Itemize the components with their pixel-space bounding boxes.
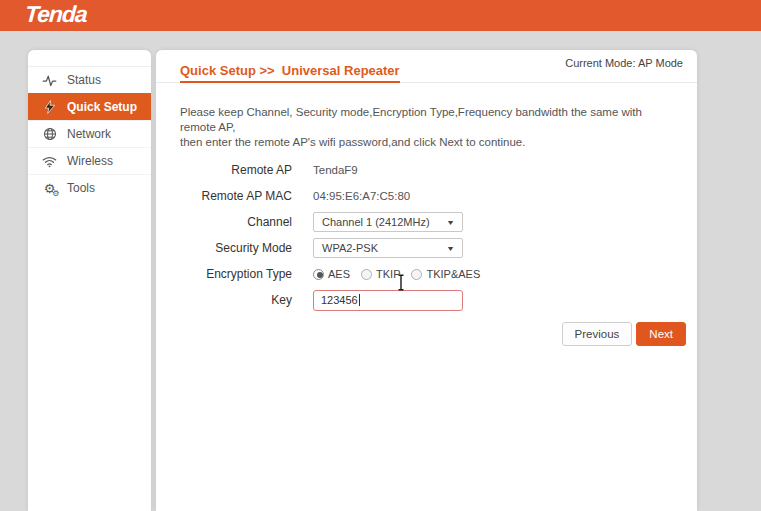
next-button[interactable]: Next xyxy=(636,322,686,346)
radio-button-icon xyxy=(411,269,422,280)
sidebar-item-quick-setup[interactable]: Quick Setup xyxy=(28,93,151,120)
sidebar-item-label: Tools xyxy=(67,181,95,195)
security-mode-select[interactable]: WPA2-PSK ▼ xyxy=(313,238,463,258)
remote-ap-value: TendaF9 xyxy=(313,164,358,176)
bolt-icon xyxy=(42,100,57,115)
remote-ap-mac-label: Remote AP MAC xyxy=(156,189,292,203)
encryption-type-label: Encryption Type xyxy=(156,267,292,281)
globe-icon xyxy=(42,127,57,142)
radio-option-tkip[interactable]: TKIP xyxy=(361,268,400,280)
tenda-logo: Tenda xyxy=(24,1,88,28)
radio-option-tkip-aes[interactable]: TKIP&AES xyxy=(411,268,480,280)
activity-icon xyxy=(42,73,57,88)
security-mode-selected-value: WPA2-PSK xyxy=(322,242,378,254)
wifi-icon xyxy=(42,154,57,169)
card-header: Current Mode: AP Mode Quick Setup >> Uni… xyxy=(156,50,697,83)
repeater-form: Remote AP TendaF9 Remote AP MAC 04:95:E6… xyxy=(156,160,697,346)
remote-ap-label: Remote AP xyxy=(156,163,292,177)
description-line-1: Please keep Channel, Security mode,Encry… xyxy=(180,105,673,135)
description-text: Please keep Channel, Security mode,Encry… xyxy=(180,105,673,150)
key-input-value: 123456 xyxy=(321,294,358,306)
chevron-down-icon: ▼ xyxy=(446,219,455,226)
main-content-card: Current Mode: AP Mode Quick Setup >> Uni… xyxy=(156,50,697,511)
previous-button[interactable]: Previous xyxy=(562,322,633,346)
mouse-ibeam-cursor xyxy=(396,274,406,295)
channel-label: Channel xyxy=(156,215,292,229)
text-caret xyxy=(359,294,360,306)
channel-selected-value: Channel 1 (2412MHz) xyxy=(322,216,430,228)
security-mode-label: Security Mode xyxy=(156,241,292,255)
sidebar-item-label: Wireless xyxy=(67,154,113,168)
radio-button-icon xyxy=(361,269,372,280)
encryption-type-row: Encryption Type AES TKIP TKIP&AES xyxy=(156,264,697,284)
sidebar-item-label: Status xyxy=(67,73,101,87)
sidebar-item-label: Quick Setup xyxy=(67,100,137,114)
sidebar-item-status[interactable]: Status xyxy=(28,66,151,93)
security-mode-row: Security Mode WPA2-PSK ▼ xyxy=(156,238,697,258)
top-header-bar: Tenda xyxy=(0,0,761,31)
channel-row: Channel Channel 1 (2412MHz) ▼ xyxy=(156,212,697,232)
sidebar-item-tools[interactable]: ⚙⚙ Tools xyxy=(28,174,151,201)
sidebar-nav: Status Quick Setup Network Wireless ⚙⚙ T… xyxy=(28,50,151,511)
remote-ap-row: Remote AP TendaF9 xyxy=(156,160,697,180)
description-line-2: then enter the remote AP's wifi password… xyxy=(180,135,673,150)
key-label: Key xyxy=(156,293,292,307)
radio-button-icon xyxy=(313,269,324,280)
radio-option-aes[interactable]: AES xyxy=(313,268,350,280)
current-mode-label: Current Mode: AP Mode xyxy=(565,57,683,69)
remote-ap-mac-value: 04:95:E6:A7:C5:80 xyxy=(313,190,410,202)
remote-ap-mac-row: Remote AP MAC 04:95:E6:A7:C5:80 xyxy=(156,186,697,206)
breadcrumb[interactable]: Quick Setup >> Universal Repeater xyxy=(180,63,400,83)
key-row: Key 123456 xyxy=(156,290,697,310)
gear-icon: ⚙⚙ xyxy=(42,181,57,196)
sidebar-item-label: Network xyxy=(67,127,111,141)
sidebar-item-wireless[interactable]: Wireless xyxy=(28,147,151,174)
key-input[interactable]: 123456 xyxy=(313,290,463,311)
sidebar-item-network[interactable]: Network xyxy=(28,120,151,147)
channel-select[interactable]: Channel 1 (2412MHz) ▼ xyxy=(313,212,463,232)
chevron-down-icon: ▼ xyxy=(446,245,455,252)
wizard-buttons: Previous Next xyxy=(156,322,686,346)
